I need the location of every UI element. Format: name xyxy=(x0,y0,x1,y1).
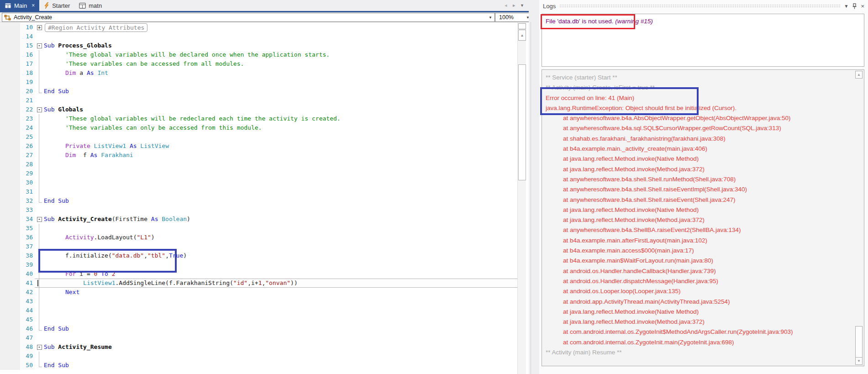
fold-margin[interactable] xyxy=(35,196,44,205)
fold-margin[interactable] xyxy=(35,160,44,169)
log-entry[interactable]: at com.android.internal.os.ZygoteInit.ma… xyxy=(546,337,853,348)
code-line[interactable]: 21 xyxy=(0,96,529,105)
fold-margin[interactable] xyxy=(35,205,44,215)
code-line[interactable]: 27 Dim f As Farakhani xyxy=(0,151,529,160)
log-entry[interactable]: at anywheresoftware.b4a.shell.Shell.runM… xyxy=(546,174,853,184)
code-line[interactable]: 31 xyxy=(0,187,529,196)
log-entry[interactable]: at anywheresoftware.b4a.sql.SQL$CursorWr… xyxy=(546,123,853,133)
fold-margin[interactable] xyxy=(35,96,44,105)
fold-margin[interactable] xyxy=(35,260,44,269)
fold-margin[interactable]: - xyxy=(35,41,44,50)
fold-margin[interactable] xyxy=(35,324,44,333)
fold-margin[interactable] xyxy=(35,50,44,59)
code-line[interactable]: 30 xyxy=(0,178,529,187)
fold-margin[interactable] xyxy=(35,87,44,96)
log-output-area[interactable]: ** Service (starter) Start **** Activity… xyxy=(542,69,864,366)
code-line[interactable]: 44 xyxy=(0,306,529,315)
collapsed-region-label[interactable]: #Region Activity Attributes xyxy=(45,23,147,32)
code-line[interactable]: 32End Sub xyxy=(0,196,529,205)
fold-margin[interactable] xyxy=(35,59,44,68)
fold-margin[interactable] xyxy=(35,288,44,297)
code-line[interactable]: 36 Activity.LoadLayout("L1") xyxy=(0,233,529,242)
panel-splitter[interactable] xyxy=(529,0,539,374)
log-scroll-up-icon[interactable]: ▲ xyxy=(855,71,863,79)
code-line[interactable]: 25 xyxy=(0,132,529,142)
log-entry[interactable]: at anywheresoftware.b4a.shell.Shell.rais… xyxy=(546,184,853,195)
log-entry[interactable]: at java.lang.reflect.Method.invoke(Metho… xyxy=(546,317,853,327)
log-entry[interactable]: at java.lang.reflect.Method.invoke(Metho… xyxy=(546,164,853,174)
log-entry[interactable]: at java.lang.reflect.Method.invoke(Nativ… xyxy=(546,307,853,317)
log-scrollbar-thumb[interactable] xyxy=(855,326,863,359)
code-line[interactable]: 18 Dim a As Int xyxy=(0,68,529,78)
tab-matn[interactable]: matn xyxy=(74,0,106,11)
fold-margin[interactable] xyxy=(35,361,44,370)
sub-selector-combobox[interactable]: Activity_Create ▼ xyxy=(2,13,495,22)
editor-vertical-scrollbar[interactable]: ▲ xyxy=(517,22,526,374)
code-line[interactable]: 43 xyxy=(0,297,529,306)
code-line[interactable]: 35 xyxy=(0,224,529,233)
fold-margin[interactable] xyxy=(35,251,44,260)
code-line[interactable]: 22-Sub Globals xyxy=(0,105,529,114)
code-line[interactable]: 50End Sub xyxy=(0,361,529,370)
fold-margin[interactable] xyxy=(35,279,44,287)
fold-margin[interactable] xyxy=(35,187,44,196)
code-line[interactable]: 19 xyxy=(0,78,529,87)
collapse-region-icon[interactable]: - xyxy=(37,43,42,48)
log-entry[interactable]: Error occurred on line: 41 (Main) xyxy=(546,93,853,103)
fold-margin[interactable] xyxy=(35,269,44,279)
log-entry[interactable]: at android.app.ActivityThread.main(Activ… xyxy=(546,297,853,307)
code-line[interactable]: 39 xyxy=(0,260,529,269)
fold-margin[interactable] xyxy=(35,315,44,324)
fold-margin[interactable]: - xyxy=(35,342,44,352)
log-entry[interactable]: at java.lang.reflect.Method.invoke(Nativ… xyxy=(546,205,853,215)
code-line[interactable]: 38 f.initialize("data.db","tbl",True) xyxy=(0,251,529,260)
log-vertical-scrollbar[interactable]: ▲ ▼ xyxy=(855,71,863,365)
fold-margin[interactable] xyxy=(35,306,44,315)
expand-region-icon[interactable]: + xyxy=(37,25,42,30)
log-entry[interactable]: at b4a.example.main._activity_create(mai… xyxy=(546,144,853,154)
warnings-area[interactable]: File 'data.db' is not used. (warning #15… xyxy=(542,14,864,67)
log-entry[interactable]: at android.os.Handler.dispatchMessage(Ha… xyxy=(546,276,853,286)
fold-margin[interactable] xyxy=(35,224,44,233)
code-line[interactable]: 37 xyxy=(0,242,529,251)
fold-margin[interactable] xyxy=(35,178,44,187)
code-line[interactable]: 47 xyxy=(0,333,529,342)
code-line[interactable]: 23 'These global variables will be redec… xyxy=(0,114,529,123)
zoom-combobox[interactable]: 100% ▼ xyxy=(495,13,532,22)
log-entry[interactable]: at anywheresoftware.b4a.AbsObjectWrapper… xyxy=(546,113,853,123)
code-line[interactable]: 46End Sub xyxy=(0,324,529,333)
pin-icon[interactable] xyxy=(852,3,857,9)
fold-margin[interactable] xyxy=(35,352,44,361)
editor-scroll-up-icon[interactable]: ▲ xyxy=(518,30,526,41)
log-entry[interactable]: at java.lang.reflect.Method.invoke(Nativ… xyxy=(546,154,853,164)
fold-margin[interactable]: - xyxy=(35,105,44,114)
collapse-region-icon[interactable]: - xyxy=(37,107,42,112)
code-line[interactable]: 42 Next xyxy=(0,288,529,297)
fold-margin[interactable] xyxy=(35,123,44,132)
log-entry[interactable]: ** Service (starter) Start ** xyxy=(546,73,853,83)
code-line[interactable]: 41 ListView1.AddSingleLine(f.FarakhaniSt… xyxy=(0,279,529,288)
logs-panel-header[interactable]: Logs ▼ × xyxy=(539,0,868,12)
code-line[interactable]: 48-Sub Activity_Resume xyxy=(0,342,529,352)
code-line[interactable]: 45 xyxy=(0,315,529,324)
sub-selector-dropdown-icon[interactable]: ▼ xyxy=(489,16,494,20)
editor-split-grip[interactable] xyxy=(518,23,526,29)
code-line[interactable]: 49 xyxy=(0,352,529,361)
code-line[interactable]: 28 xyxy=(0,160,529,169)
code-line[interactable]: 15-Sub Process_Globals xyxy=(0,41,529,50)
code-editor[interactable]: 10+#Region Activity Attributes1415-Sub P… xyxy=(0,22,529,374)
fold-margin[interactable] xyxy=(35,333,44,342)
tab-list-dropdown-icon[interactable]: ▼ xyxy=(520,3,524,8)
tab-main[interactable]: Main× xyxy=(0,0,39,11)
log-entry[interactable]: at com.android.internal.os.ZygoteInit$Me… xyxy=(546,327,853,337)
fold-margin[interactable] xyxy=(35,68,44,78)
fold-margin[interactable] xyxy=(35,151,44,160)
log-scroll-down-icon[interactable]: ▼ xyxy=(855,357,863,365)
log-entry[interactable]: java.lang.RuntimeException: Object shoul… xyxy=(546,103,853,113)
log-entry[interactable]: at b4a.example.main$WaitForLayout.run(ma… xyxy=(546,256,853,266)
close-logs-icon[interactable]: × xyxy=(861,3,864,10)
logs-dropdown-icon[interactable]: ▼ xyxy=(844,4,849,9)
code-line[interactable]: 14 xyxy=(0,32,529,41)
code-line[interactable]: 26 Private ListView1 As ListView xyxy=(0,142,529,151)
tab-starter[interactable]: Starter xyxy=(39,0,74,11)
